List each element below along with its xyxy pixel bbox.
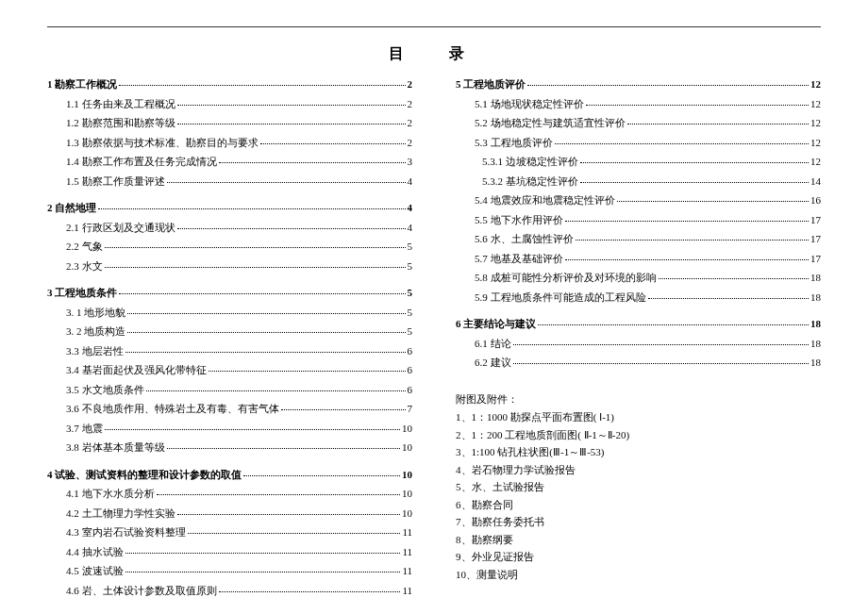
toc-label: 6 主要结论与建议 <box>456 317 536 331</box>
toc-label: 4 试验、测试资料的整理和设计参数的取值 <box>47 468 242 482</box>
toc-label: 3.7 地震 <box>47 422 103 436</box>
toc-leader-dots <box>527 85 809 86</box>
toc-page-number: 18 <box>810 291 821 303</box>
toc-label: 2.1 行政区划及交通现状 <box>47 221 175 235</box>
toc-item: 5.6 水、土腐蚀性评价17 <box>456 232 821 246</box>
toc-leader-dots <box>125 553 401 554</box>
toc-page-number: 16 <box>810 194 821 206</box>
toc-item: 5.4 地震效应和地震稳定性评价16 <box>456 193 821 207</box>
toc-leader-dots <box>105 429 401 430</box>
toc-label: 3.3 地层岩性 <box>47 344 124 358</box>
toc-item: 4.4 抽水试验11 <box>47 545 412 559</box>
toc-leader-dots <box>127 332 405 333</box>
toc-label: 3.8 岩体基本质量等级 <box>47 440 165 455</box>
toc-title: 目 录 <box>47 44 821 64</box>
toc-page-number: 5 <box>408 260 413 272</box>
toc-leader-dots <box>119 85 405 86</box>
toc-leader-dots <box>167 182 406 183</box>
toc-item: 4.3 室内岩石试验资料整理11 <box>47 525 412 539</box>
toc-page-number: 12 <box>810 117 821 128</box>
appendix-line: 1、1：1000 勘探点平面布置图( Ⅰ-1) <box>456 410 821 424</box>
toc-page-number: 12 <box>810 78 821 90</box>
toc-leader-dots <box>177 105 406 106</box>
toc-leader-dots <box>627 124 810 124</box>
toc-item: 1.1 任务由来及工程概况2 <box>47 97 412 111</box>
toc-page-number: 11 <box>402 585 412 596</box>
toc-chapter: 4 试验、测试资料的整理和设计参数的取值10 <box>47 468 412 482</box>
toc-page-number: 17 <box>810 253 821 264</box>
toc-leader-dots <box>659 278 810 279</box>
toc-page-number: 14 <box>810 175 821 187</box>
toc-leader-dots <box>209 371 406 372</box>
toc-label: 5.3.2 基坑稳定性评价 <box>456 174 578 189</box>
toc-item: 3.3 地层岩性6 <box>47 344 412 358</box>
toc-leader-dots <box>119 293 405 294</box>
toc-label: 5.7 地基及基础评价 <box>456 252 563 266</box>
appendix-line: 7、勘察任务委托书 <box>456 515 821 529</box>
toc-leader-dots <box>576 240 810 241</box>
toc-item: 1.2 勘察范围和勘察等级2 <box>47 116 412 130</box>
toc-leader-dots <box>617 201 810 202</box>
toc-item: 3.6 不良地质作用、特殊岩土及有毒、有害气体7 <box>47 402 412 416</box>
toc-page-number: 6 <box>408 364 413 375</box>
toc-item: 4.6 岩、土体设计参数及取值原则11 <box>47 584 412 598</box>
toc-chapter: 6 主要结论与建议18 <box>456 317 821 331</box>
toc-item: 1.5 勘察工作质量评述4 <box>47 174 412 189</box>
appendix-line: 9、外业见证报告 <box>456 550 821 564</box>
appendix-line: 2、1：200 工程地质剖面图( Ⅱ-1～Ⅱ-20) <box>456 428 821 442</box>
toc-leader-dots <box>188 533 401 534</box>
toc-label: 3 工程地质条件 <box>47 286 117 300</box>
toc-page-number: 12 <box>810 137 821 148</box>
toc-label: 2.2 气象 <box>47 240 103 254</box>
toc-label: 1.2 勘察范围和勘察等级 <box>47 116 175 130</box>
toc-label: 5.2 场地稳定性与建筑适宜性评价 <box>456 116 626 130</box>
toc-page-number: 10 <box>402 507 412 519</box>
toc-leader-dots <box>219 162 406 163</box>
toc-label: 4.2 土工物理力学性实验 <box>47 506 175 521</box>
toc-leader-dots <box>580 162 809 163</box>
toc-page-number: 2 <box>408 117 413 128</box>
toc-item: 5.8 成桩可能性分析评价及对环境的影响18 <box>456 271 821 285</box>
toc-label: 5.9 工程地质条件可能造成的工程风险 <box>456 290 646 305</box>
toc-item: 5.9 工程地质条件可能造成的工程风险18 <box>456 290 821 305</box>
toc-item: 3. 2 地质构造5 <box>47 324 412 339</box>
toc-leader-dots <box>538 324 809 325</box>
toc-chapter: 2 自然地理4 <box>47 201 412 215</box>
toc-page-number: 12 <box>810 156 821 167</box>
toc-page-number: 4 <box>408 222 413 233</box>
toc-label: 4.1 地下水水质分析 <box>47 487 155 501</box>
toc-page-number: 5 <box>408 307 413 318</box>
toc-leader-dots <box>219 591 401 592</box>
toc-item: 1.3 勘察依据与技术标准、勘察目的与要求2 <box>47 136 412 150</box>
toc-label: 1.5 勘察工作质量评述 <box>47 174 165 189</box>
toc-label: 5.8 成桩可能性分析评价及对环境的影响 <box>456 271 657 285</box>
toc-label: 2 自然地理 <box>47 201 96 215</box>
toc-page-number: 5 <box>408 287 413 298</box>
toc-label: 3. 2 地质构造 <box>47 324 125 339</box>
toc-leader-dots <box>146 390 406 391</box>
toc-page-number: 2 <box>408 137 413 148</box>
toc-item: 4.5 波速试验11 <box>47 564 412 578</box>
toc-label: 3. 1 地形地貌 <box>47 306 125 320</box>
toc-item: 5.7 地基及基础评价17 <box>456 252 821 266</box>
toc-leader-dots <box>177 228 406 229</box>
toc-leader-dots <box>580 182 809 183</box>
toc-page-number: 7 <box>408 403 413 414</box>
toc-chapter: 3 工程地质条件5 <box>47 286 412 300</box>
toc-page-number: 10 <box>402 488 412 499</box>
toc-leader-dots <box>177 514 401 515</box>
toc-label: 4.5 波速试验 <box>47 564 124 578</box>
toc-label: 1 勘察工作概况 <box>47 77 117 91</box>
toc-label: 5.3 工程地质评价 <box>456 136 553 150</box>
appendix-line: 5、水、土试验报告 <box>456 480 821 494</box>
toc-label: 3.4 基岩面起伏及强风化带特征 <box>47 363 207 377</box>
toc-item: 3.5 水文地质条件6 <box>47 383 412 397</box>
toc-leader-dots <box>125 352 406 353</box>
toc-label: 5.1 场地现状稳定性评价 <box>456 97 584 111</box>
toc-leader-dots <box>565 259 810 260</box>
toc-chapter: 1 勘察工作概况2 <box>47 77 412 91</box>
toc-label: 5.3.1 边坡稳定性评价 <box>456 155 578 169</box>
toc-label: 5.4 地震效应和地震稳定性评价 <box>456 193 615 207</box>
toc-label: 4.3 室内岩石试验资料整理 <box>47 525 186 539</box>
toc-label: 2.3 水文 <box>47 259 103 274</box>
